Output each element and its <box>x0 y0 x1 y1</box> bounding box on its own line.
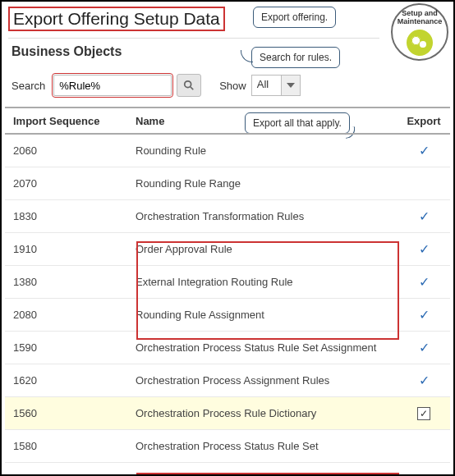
table-header: Import Sequence Name Export <box>5 107 450 135</box>
cell-export[interactable]: ✓ <box>404 274 450 290</box>
callout-search-rules: Search for rules. <box>251 47 340 68</box>
check-icon: ✓ <box>419 373 430 387</box>
table-row[interactable]: 1380External Integration Routing Rule✓ <box>5 266 450 299</box>
cell-sequence: 1830 <box>5 210 132 222</box>
gears-icon <box>407 30 433 56</box>
cell-export[interactable]: ✓ <box>404 208 450 224</box>
callout-export-offering: Export offering. <box>253 7 336 28</box>
show-select[interactable]: All <box>251 75 301 96</box>
cell-name: Orchestration Transformation Rules <box>132 210 404 222</box>
cell-name: Orchestration Process Assignment Rules <box>132 374 404 387</box>
cell-sequence: 2070 <box>5 177 132 190</box>
check-icon: ✓ <box>419 144 430 158</box>
page-title: Export Offering Setup Data <box>8 7 225 31</box>
table-row[interactable]: 2060Rounding Rule✓ <box>5 135 450 167</box>
cell-sequence: 1910 <box>5 243 132 255</box>
cell-sequence: 2080 <box>5 309 132 321</box>
check-icon: ✓ <box>419 275 430 289</box>
cell-export[interactable]: ✓ <box>404 373 450 388</box>
table-row[interactable]: 1620Orchestration Process Assignment Rul… <box>5 364 450 397</box>
show-label: Show <box>219 80 246 92</box>
cell-name: External Integration Routing Rule <box>132 276 404 288</box>
cell-name: Order Approval Rule <box>132 243 404 255</box>
badge-line2: Maintenance <box>393 18 447 26</box>
highlight-box-2 <box>136 473 399 476</box>
col-export[interactable]: Export <box>404 115 450 127</box>
search-icon <box>183 80 195 91</box>
show-value: All <box>251 75 281 96</box>
check-icon: ✓ <box>419 308 430 322</box>
col-import-sequence[interactable]: Import Sequence <box>5 115 132 127</box>
table-row[interactable]: 1830Orchestration Transformation Rules✓ <box>5 200 450 233</box>
business-objects-table: Import Sequence Name Export 2060Rounding… <box>5 107 450 474</box>
divider <box>8 38 379 39</box>
cell-export[interactable]: ✓ <box>404 307 450 323</box>
cell-name: Orchestration Process Status Rule Set As… <box>132 341 404 354</box>
cell-name: Rounding Rule Range <box>132 177 404 190</box>
chevron-down-icon <box>287 83 295 88</box>
cell-name: Rounding Rule Assignment <box>132 309 404 321</box>
show-dropdown-button[interactable] <box>281 75 301 96</box>
col-name[interactable]: Name <box>132 115 404 127</box>
cell-sequence: 1560 <box>5 407 132 419</box>
search-label: Search <box>11 80 45 92</box>
check-icon: ✓ <box>419 209 430 223</box>
check-icon: ✓ <box>419 242 430 256</box>
cell-name: Orchestration Process Status Rule Set <box>132 440 404 452</box>
cell-export[interactable]: ✓ <box>404 241 450 257</box>
cell-export[interactable]: ✓ <box>404 407 450 420</box>
export-checkbox[interactable]: ✓ <box>417 407 430 420</box>
check-icon: ✓ <box>419 341 430 355</box>
cell-export[interactable]: ✓ <box>404 143 450 158</box>
table-row[interactable]: 1560Orchestration Process Rule Dictionar… <box>5 397 450 430</box>
table-row[interactable]: 1580Orchestration Process Status Rule Se… <box>5 430 450 463</box>
cell-sequence: 1620 <box>5 374 132 387</box>
svg-line-1 <box>191 87 194 90</box>
setup-maintenance-badge[interactable]: Setup and Maintenance <box>391 3 448 61</box>
search-input[interactable] <box>53 75 172 96</box>
table-row[interactable]: 1910Order Approval Rule✓ <box>5 233 450 266</box>
cell-sequence: 2060 <box>5 144 132 157</box>
cell-name: Orchestration Process Rule Dictionary <box>132 407 404 419</box>
table-row[interactable]: 1590Orchestration Process Status Rule Se… <box>5 332 450 364</box>
table-row[interactable]: 2070Rounding Rule Range <box>5 167 450 200</box>
cell-sequence: 1380 <box>5 276 132 288</box>
svg-point-0 <box>185 81 191 88</box>
cell-sequence: 1580 <box>5 440 132 452</box>
cell-export[interactable]: ✓ <box>404 340 450 355</box>
section-title: Business Objects <box>11 44 122 59</box>
search-button[interactable] <box>177 74 201 97</box>
cell-sequence: 1590 <box>5 341 132 354</box>
cell-name: Rounding Rule <box>132 144 404 157</box>
table-row[interactable]: 2080Rounding Rule Assignment✓ <box>5 299 450 332</box>
